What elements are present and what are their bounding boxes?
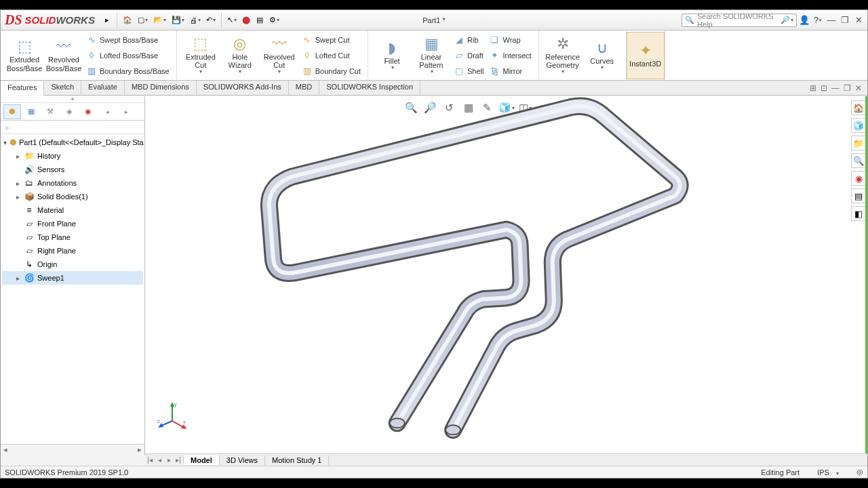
- draft-button[interactable]: ▱Draft: [451, 48, 486, 63]
- shell-button[interactable]: ▢Shell: [451, 64, 486, 79]
- view-tab-motion-study-1[interactable]: Motion Study 1: [265, 455, 329, 465]
- rebuild-button[interactable]: ⬤: [239, 12, 253, 28]
- command-tab-evaluate[interactable]: Evaluate: [81, 81, 125, 95]
- intersect-button[interactable]: ✦Intersect: [486, 48, 534, 63]
- tree-item-right-plane[interactable]: ▱Right Plane: [2, 244, 143, 258]
- mirror-button[interactable]: ⧎Mirror: [486, 64, 534, 79]
- command-tab-solidworks-inspection[interactable]: SOLIDWORKS Inspection: [319, 81, 420, 95]
- dimxpert-tab[interactable]: ◈: [60, 104, 78, 119]
- tree-item-annotations[interactable]: ▸🗂Annotations: [2, 176, 143, 190]
- minimize-button[interactable]: —: [825, 14, 837, 26]
- command-tab-solidworks-add-ins[interactable]: SOLIDWORKS Add-Ins: [197, 81, 289, 95]
- taskpane-custom-props-icon[interactable]: ◧: [851, 206, 866, 221]
- command-tab-features[interactable]: Features: [1, 81, 44, 96]
- display-manager-tab[interactable]: ◉: [79, 104, 97, 119]
- revolved-boss-button[interactable]: 〰Revolved Boss/Base: [44, 32, 83, 79]
- swept-cut-button[interactable]: ∿Swept Cut: [299, 33, 363, 47]
- extruded-cut-button[interactable]: ⬚Extruded Cut▾: [181, 32, 220, 79]
- tree-item-origin[interactable]: ↳Origin: [2, 258, 143, 271]
- close-button[interactable]: ✕: [852, 14, 865, 26]
- options-list-button[interactable]: ▤: [253, 12, 267, 28]
- menu-dropdown[interactable]: ▸: [100, 12, 114, 28]
- configuration-manager-tab[interactable]: ⚒: [41, 104, 59, 119]
- feature-tree-tab[interactable]: ⬢: [3, 104, 21, 119]
- svg-text:z: z: [157, 419, 160, 424]
- panel-expand-icon[interactable]: ⊡: [821, 83, 827, 93]
- tree-overflow-right[interactable]: ▸: [117, 104, 135, 119]
- fillet-button[interactable]: ◗Fillet▾: [372, 32, 412, 79]
- svg-text:y: y: [174, 402, 177, 407]
- tree-item-history[interactable]: ▸📁History: [2, 149, 143, 163]
- swept-boss-button[interactable]: ∿Swept Boss/Base: [83, 33, 172, 47]
- tree-root[interactable]: ▾⬢ Part1 (Default<<Default>_Display Sta: [2, 136, 143, 149]
- ds-logo-icon: DS: [5, 12, 22, 28]
- tree-overflow-left[interactable]: ◂: [98, 104, 116, 119]
- property-manager-tab[interactable]: ▦: [22, 104, 40, 119]
- feature-manager-tree-pane: ● ⬢ ▦ ⚒ ◈ ◉ ◂ ▸ ⟐ ▾⬢ Part1 (Default<<Def…: [1, 96, 145, 455]
- rib-button[interactable]: ◢Rib: [451, 33, 486, 47]
- tree-item-top-plane[interactable]: ▱Top Plane: [2, 230, 143, 244]
- curves-button[interactable]: ∪Curves▾: [583, 32, 622, 79]
- tree-item-label: History: [37, 152, 60, 160]
- tree-item-label: Sensors: [37, 165, 64, 174]
- taskpane-library-icon[interactable]: 📁: [851, 136, 866, 150]
- hole-wizard-button[interactable]: ◎Hole Wizard▾: [220, 32, 260, 79]
- new-button[interactable]: ▢▾: [135, 12, 151, 28]
- open-button[interactable]: 📂▾: [151, 12, 169, 28]
- tree-item-front-plane[interactable]: ▱Front Plane: [2, 217, 143, 230]
- command-tab-mbd-dimensions[interactable]: MBD Dimensions: [125, 81, 197, 95]
- select-button[interactable]: ↖▾: [224, 12, 239, 28]
- graphics-viewport[interactable]: 🔍 🔎 ↺ ▦ ✎ 🧊▾ ◫▾ 👁▾ ●▾ ◉▾ ▭▾: [145, 96, 867, 455]
- print-button[interactable]: 🖨▾: [187, 12, 203, 28]
- taskpane-appearances-icon[interactable]: ▤: [851, 188, 866, 203]
- tree-h-scrollbar[interactable]: ◂▸: [1, 444, 144, 455]
- search-placeholder: Search SOLIDWORKS Help: [697, 12, 781, 28]
- lofted-boss-button[interactable]: ◊Lofted Boss/Base: [83, 48, 172, 63]
- linear-pattern-button[interactable]: ▦Linear Pattern▾: [412, 32, 451, 79]
- feature-tree[interactable]: ▾⬢ Part1 (Default<<Default>_Display Sta …: [1, 134, 144, 444]
- reference-geometry-button[interactable]: ✲Reference Geometry▾: [543, 32, 583, 79]
- taskpane-flyout-handle[interactable]: [865, 96, 867, 455]
- tree-item-sweep1[interactable]: ▸🌀Sweep1: [2, 271, 143, 285]
- title-bar: DS SOLIDWORKS ▸ 🏠 ▢▾ 📂▾ 💾▾ 🖨▾ ↶▾ ↖▾ ⬤ ▤ …: [1, 10, 867, 30]
- help-button[interactable]: ?▾: [812, 14, 824, 26]
- wrap-button[interactable]: ❏Wrap: [486, 33, 534, 47]
- tree-item-sensors[interactable]: 🔊Sensors: [2, 163, 143, 176]
- panel-restore-icon[interactable]: ❐: [844, 83, 851, 93]
- taskpane-resources-icon[interactable]: 🧊: [851, 118, 866, 133]
- help-search-input[interactable]: 🔍 Search SOLIDWORKS Help 🔎 ▾: [682, 14, 797, 27]
- panel-close-icon[interactable]: ✕: [855, 83, 862, 93]
- status-extra-icon[interactable]: ◎: [856, 468, 863, 476]
- boundary-cut-button[interactable]: ▥Boundary Cut: [299, 64, 363, 79]
- command-tab-sketch[interactable]: Sketch: [44, 81, 81, 95]
- search-go-icon[interactable]: 🔎: [781, 16, 790, 24]
- taskpane-view-palette-icon[interactable]: ◉: [851, 171, 866, 186]
- tree-filter-icon[interactable]: ⟐: [1, 121, 144, 134]
- panel-minimize-icon[interactable]: —: [831, 83, 840, 93]
- undo-button[interactable]: ↶▾: [203, 12, 218, 28]
- view-tab-nav[interactable]: |◂◂▸▸|: [145, 456, 184, 464]
- user-button[interactable]: 👤: [798, 14, 810, 26]
- settings-button[interactable]: ⚙▾: [267, 12, 282, 28]
- revolved-cut-button[interactable]: 〰Revolved Cut▾: [260, 32, 299, 79]
- status-units[interactable]: IPS ▾: [817, 468, 839, 476]
- tree-item-solid-bodies-1-[interactable]: ▸📦Solid Bodies(1): [2, 190, 143, 203]
- command-tab-mbd[interactable]: MBD: [289, 81, 319, 95]
- brand-works: WORKS: [56, 14, 95, 26]
- model-view-tabs: |◂◂▸▸| Model3D ViewsMotion Study 1: [145, 453, 867, 466]
- instant3d-button[interactable]: ✦Instant3D: [627, 32, 665, 79]
- tree-item-material-not-specified-[interactable]: ≡Material: [2, 203, 143, 217]
- home-button[interactable]: 🏠: [120, 12, 135, 28]
- view-tab-3d-views[interactable]: 3D Views: [220, 455, 265, 465]
- extruded-boss-button[interactable]: ⬚Extruded Boss/Base: [5, 32, 44, 79]
- boundary-boss-button[interactable]: ▥Boundary Boss/Base: [83, 64, 172, 79]
- restore-button[interactable]: ❐: [839, 14, 851, 26]
- save-button[interactable]: 💾▾: [169, 12, 187, 28]
- taskpane-home-icon[interactable]: 🏠: [851, 100, 866, 115]
- view-tab-model[interactable]: Model: [184, 455, 220, 465]
- panel-tile-icon[interactable]: ⊞: [810, 83, 816, 93]
- search-icon: 🔍: [685, 16, 694, 24]
- taskpane-explorer-icon[interactable]: 🔍: [851, 153, 866, 168]
- lofted-cut-button[interactable]: ◊Lofted Cut: [299, 48, 363, 63]
- document-title: Part1 *: [422, 16, 446, 24]
